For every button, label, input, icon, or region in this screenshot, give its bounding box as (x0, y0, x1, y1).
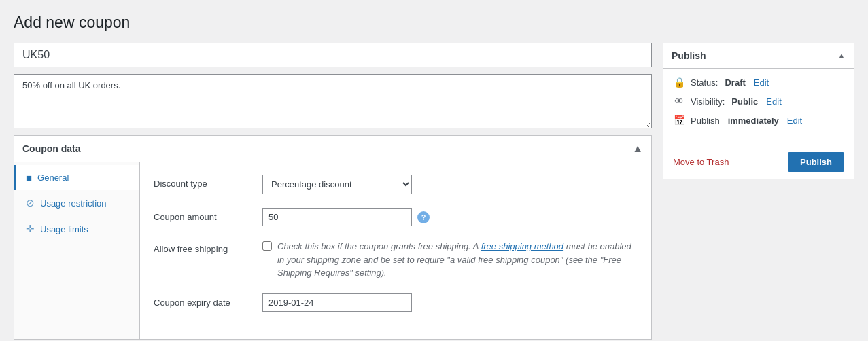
lock-icon: 🔒 (673, 77, 685, 88)
publish-collapse-icon[interactable]: ▲ (837, 51, 846, 60)
coupon-description-textarea[interactable]: 50% off on all UK orders. (14, 74, 652, 128)
coupon-amount-input[interactable] (262, 208, 412, 226)
publish-button[interactable]: Publish (788, 152, 844, 172)
sidebar: Publish ▲ 🔒 Status: Draft Edit 👁 Visibil… (663, 43, 854, 179)
discount-type-select[interactable]: Percentage discount Fixed cart discount … (262, 175, 412, 194)
restriction-icon: ⊘ (26, 197, 35, 209)
allow-free-shipping-control: Check this box if the coupon grants free… (262, 240, 638, 280)
coupon-data-collapse-icon[interactable]: ▲ (632, 143, 643, 155)
tab-general[interactable]: ■ General (14, 165, 139, 190)
publish-status-row: 🔒 Status: Draft Edit (673, 77, 844, 88)
tab-usage-limits[interactable]: ✛ Usage limits (14, 216, 139, 242)
allow-free-shipping-row: Allow free shipping Check this box if th… (154, 240, 638, 280)
coupon-expiry-row: Coupon expiry date (154, 293, 638, 312)
tab-usage-restriction-label: Usage restriction (40, 198, 107, 209)
publish-status-edit-link[interactable]: Edit (754, 77, 769, 88)
eye-icon: 👁 (673, 96, 685, 107)
page-title: Add new coupon (14, 14, 854, 32)
tab-usage-restriction[interactable]: ⊘ Usage restriction (14, 190, 139, 216)
publish-time-value: immediately (728, 115, 779, 126)
coupon-amount-row: Coupon amount ? (154, 208, 638, 226)
publish-time-label: Publish (691, 115, 720, 126)
free-shipping-description: Check this box if the coupon grants free… (277, 240, 638, 280)
publish-visibility-label: Visibility: (691, 96, 725, 107)
publish-header[interactable]: Publish ▲ (663, 43, 854, 69)
discount-type-label: Discount type (154, 175, 262, 189)
tab-general-label: General (37, 173, 69, 183)
coupon-data-header[interactable]: Coupon data ▲ (14, 136, 651, 162)
limits-icon: ✛ (26, 223, 35, 235)
publish-visibility-edit-link[interactable]: Edit (766, 96, 781, 107)
coupon-expiry-control (262, 293, 638, 312)
discount-type-control: Percentage discount Fixed cart discount … (262, 175, 638, 194)
tab-content-general: Discount type Percentage discount Fixed … (140, 162, 651, 339)
allow-free-shipping-checkbox[interactable] (262, 241, 272, 251)
allow-free-shipping-label: Allow free shipping (154, 240, 262, 254)
publish-box-title: Publish (672, 50, 706, 61)
publish-visibility-row: 👁 Visibility: Public Edit (673, 96, 844, 107)
coupon-data-body: ■ General ⊘ Usage restriction ✛ Usage li… (14, 162, 651, 339)
publish-time-edit-link[interactable]: Edit (787, 115, 802, 126)
coupon-amount-help-icon[interactable]: ? (417, 211, 430, 223)
coupon-tabs: ■ General ⊘ Usage restriction ✛ Usage li… (14, 162, 140, 339)
coupon-amount-label: Coupon amount (154, 208, 262, 222)
publish-box: Publish ▲ 🔒 Status: Draft Edit 👁 Visibil… (663, 43, 854, 179)
coupon-amount-control: ? (262, 208, 638, 226)
publish-time-row: 📅 Publish immediately Edit (673, 115, 844, 126)
publish-visibility-value: Public (731, 96, 758, 107)
content-area: 50% off on all UK orders. Coupon data ▲ … (14, 43, 652, 340)
move-to-trash-link[interactable]: Move to Trash (673, 157, 729, 167)
publish-status-value: Draft (725, 77, 745, 88)
publish-status-label: Status: (691, 77, 718, 88)
main-layout: 50% off on all UK orders. Coupon data ▲ … (14, 43, 854, 340)
coupon-data-box: Coupon data ▲ ■ General ⊘ Usage restrict… (14, 135, 652, 340)
coupon-data-title: Coupon data (22, 143, 81, 154)
free-shipping-field: Check this box if the coupon grants free… (262, 240, 638, 280)
discount-type-row: Discount type Percentage discount Fixed … (154, 175, 638, 194)
coupon-title-input[interactable] (14, 43, 652, 67)
publish-actions: Move to Trash Publish (663, 145, 854, 179)
free-shipping-method-link[interactable]: free shipping method (481, 241, 563, 251)
publish-body: 🔒 Status: Draft Edit 👁 Visibility: Publi… (663, 69, 854, 142)
general-icon: ■ (26, 172, 32, 183)
tab-usage-limits-label: Usage limits (40, 224, 88, 234)
coupon-expiry-label: Coupon expiry date (154, 293, 262, 308)
coupon-expiry-input[interactable] (262, 293, 412, 312)
calendar-icon: 📅 (673, 115, 685, 126)
